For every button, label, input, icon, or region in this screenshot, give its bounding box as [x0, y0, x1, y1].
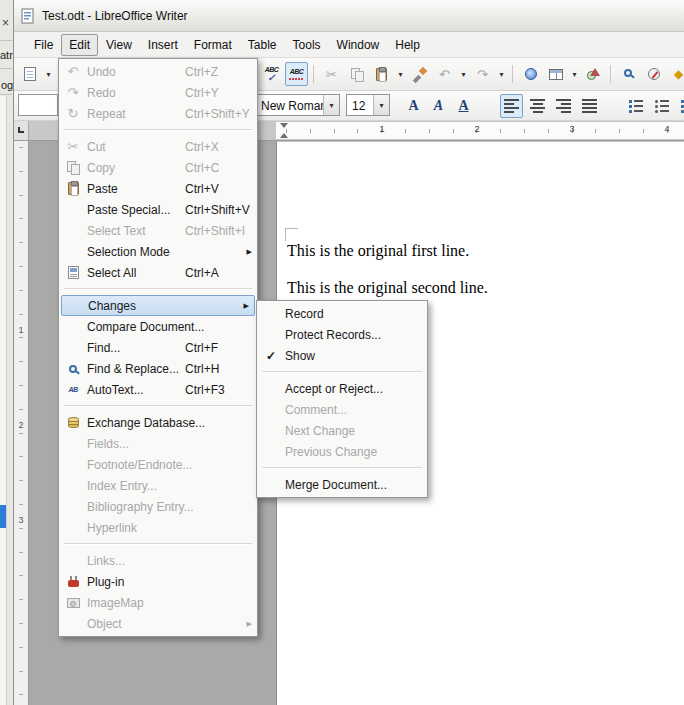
- submenu-item-protect-records[interactable]: Protect Records...: [257, 324, 427, 345]
- gallery-button[interactable]: ◆: [667, 62, 684, 86]
- undo-dropdown[interactable]: ▾: [458, 62, 469, 86]
- menu-item-find[interactable]: Find... Ctrl+F: [59, 337, 257, 358]
- align-left-button[interactable]: [500, 94, 523, 118]
- menu-edit[interactable]: Edit: [61, 34, 98, 56]
- ruler-number: 2: [471, 124, 483, 134]
- menu-item-select-text[interactable]: Select Text Ctrl+Shift+I: [59, 220, 257, 241]
- hyperlink-button[interactable]: [519, 62, 542, 86]
- ruler-number: 3: [566, 124, 578, 134]
- menu-item-object[interactable]: Object ▶: [59, 613, 257, 634]
- submenu-item-previous-change[interactable]: Previous Change: [257, 441, 427, 462]
- paragraph-style-combo[interactable]: [18, 94, 58, 116]
- format-paintbrush-button[interactable]: [408, 62, 431, 86]
- menu-item-cut[interactable]: ✂ Cut Ctrl+X: [59, 136, 257, 157]
- redo-icon: ↷: [62, 84, 84, 101]
- menu-insert[interactable]: Insert: [140, 34, 186, 56]
- copy-button[interactable]: [345, 62, 368, 86]
- new-document-dropdown[interactable]: ▾: [43, 62, 54, 86]
- font-name-dropdown[interactable]: ▾: [323, 95, 339, 115]
- copy-icon: [351, 68, 363, 81]
- menu-item-undo[interactable]: ↶ Undo Ctrl+Z: [59, 61, 257, 82]
- menu-view[interactable]: View: [98, 34, 140, 56]
- menu-item-index-entry[interactable]: Index Entry...: [59, 475, 257, 496]
- table-button[interactable]: [544, 62, 567, 86]
- menu-item-hyperlink[interactable]: Hyperlink: [59, 517, 257, 538]
- spelling-button[interactable]: ABC✓: [260, 62, 283, 86]
- titlebar[interactable]: Test.odt - LibreOffice Writer: [14, 0, 684, 32]
- menu-item-selection-mode[interactable]: Selection Mode ▶: [59, 241, 257, 262]
- underline-button[interactable]: A: [452, 94, 475, 118]
- font-name-value: New Roman: [261, 99, 327, 113]
- background-close-icon[interactable]: ×: [2, 16, 9, 30]
- table-dropdown[interactable]: ▾: [569, 62, 580, 86]
- menu-item-exchange-database[interactable]: Exchange Database...: [59, 412, 257, 433]
- menu-item-imagemap[interactable]: ImageMap: [59, 592, 257, 613]
- menu-item-copy[interactable]: Copy Ctrl+C: [59, 157, 257, 178]
- submenu-item-next-change[interactable]: Next Change: [257, 420, 427, 441]
- left-indent-marker[interactable]: [280, 133, 288, 138]
- tab-left-icon: [18, 127, 24, 133]
- draw-functions-button[interactable]: [582, 62, 605, 86]
- menu-item-fields[interactable]: Fields...: [59, 433, 257, 454]
- repeat-icon: ↻: [62, 105, 84, 122]
- menu-item-plug-in[interactable]: Plug-in: [59, 571, 257, 592]
- menu-item-paste[interactable]: Paste Ctrl+V: [59, 178, 257, 199]
- check-icon: ✓: [260, 347, 282, 364]
- paintbrush-icon: [413, 68, 426, 81]
- font-size-dropdown[interactable]: ▾: [373, 95, 389, 115]
- tab-stop-selector[interactable]: [14, 121, 29, 141]
- paste-dropdown[interactable]: ▾: [395, 62, 406, 86]
- menu-item-compare-document[interactable]: Compare Document...: [59, 316, 257, 337]
- vertical-ruler[interactable]: 1 2 3: [14, 141, 29, 705]
- menu-item-changes[interactable]: Changes ▶: [61, 295, 255, 316]
- select-all-icon: [62, 264, 84, 281]
- align-right-button[interactable]: [552, 94, 575, 118]
- submenu-item-comment[interactable]: Comment...: [257, 399, 427, 420]
- find-replace-button[interactable]: [617, 62, 640, 86]
- menu-window[interactable]: Window: [329, 34, 388, 56]
- align-right-icon: [556, 99, 571, 113]
- menu-table[interactable]: Table: [240, 34, 285, 56]
- numbering-button[interactable]: [624, 94, 647, 118]
- align-center-button[interactable]: [526, 94, 549, 118]
- navigator-button[interactable]: [642, 62, 665, 86]
- submenu-item-accept-or-reject[interactable]: Accept or Reject...: [257, 378, 427, 399]
- menu-separator: [59, 283, 257, 295]
- new-document-button[interactable]: [18, 62, 41, 86]
- decrease-indent-button[interactable]: [676, 94, 684, 118]
- menu-item-bibliography-entry[interactable]: Bibliography Entry...: [59, 496, 257, 517]
- menu-item-footnote-endnote[interactable]: Footnote/Endnote...: [59, 454, 257, 475]
- bold-button[interactable]: A: [402, 94, 425, 118]
- submenu-item-show[interactable]: ✓ Show: [257, 345, 427, 366]
- redo-dropdown[interactable]: ▾: [496, 62, 507, 86]
- autotext-icon: AB: [62, 381, 84, 398]
- ruler-number: 2: [14, 420, 28, 430]
- font-size-value: 12: [352, 99, 365, 113]
- italic-button[interactable]: A: [427, 94, 450, 118]
- menubar: File Edit View Insert Format Table Tools…: [14, 32, 684, 58]
- bullets-button[interactable]: [650, 94, 673, 118]
- undo-button[interactable]: ↶: [433, 62, 456, 86]
- paste-button[interactable]: [370, 62, 393, 86]
- font-size-combo[interactable]: 12 ▾: [346, 94, 390, 116]
- ruler-number: 4: [661, 124, 673, 134]
- justify-button[interactable]: [578, 94, 601, 118]
- menu-format[interactable]: Format: [186, 34, 240, 56]
- menu-item-autotext[interactable]: AB AutoText... Ctrl+F3: [59, 379, 257, 400]
- menu-item-paste-special[interactable]: Paste Special... Ctrl+Shift+V: [59, 199, 257, 220]
- cut-button[interactable]: ✂: [320, 62, 343, 86]
- redo-button[interactable]: ↷: [471, 62, 494, 86]
- submenu-item-merge-document[interactable]: Merge Document...: [257, 474, 427, 495]
- menu-tools[interactable]: Tools: [285, 34, 329, 56]
- first-line-indent-marker[interactable]: [280, 123, 288, 128]
- menu-item-select-all[interactable]: Select All Ctrl+A: [59, 262, 257, 283]
- menu-item-redo[interactable]: ↷ Redo Ctrl+Y: [59, 82, 257, 103]
- cut-icon: ✂: [62, 138, 84, 155]
- menu-item-find-replace[interactable]: Find & Replace... Ctrl+H: [59, 358, 257, 379]
- menu-item-links[interactable]: Links...: [59, 550, 257, 571]
- autospellcheck-button[interactable]: ABC: [285, 62, 308, 86]
- menu-file[interactable]: File: [26, 34, 61, 56]
- menu-item-repeat[interactable]: ↻ Repeat Ctrl+Shift+Y: [59, 103, 257, 124]
- menu-help[interactable]: Help: [387, 34, 428, 56]
- submenu-item-record[interactable]: Record: [257, 303, 427, 324]
